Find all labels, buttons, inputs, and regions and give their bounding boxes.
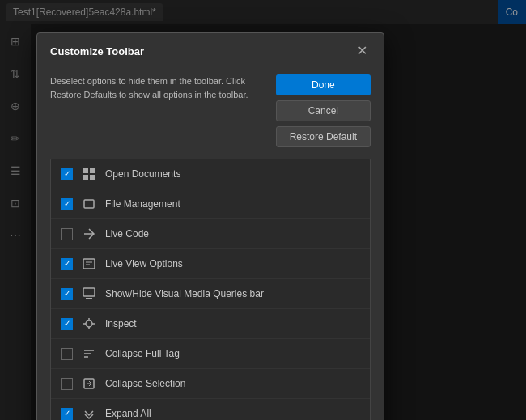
toolbar-list-item[interactable]: Live View Options <box>51 249 370 279</box>
svg-rect-5 <box>83 259 95 269</box>
item-label: Collapse Full Tag <box>105 348 180 359</box>
customize-toolbar-dialog: Customize Toolbar ✕ Deselect options to … <box>36 32 384 420</box>
toolbar-list-item[interactable]: Live Code <box>51 219 370 249</box>
item-label: File Management <box>105 198 180 210</box>
item-label: Inspect <box>105 318 137 329</box>
svg-rect-0 <box>83 168 88 173</box>
checkbox[interactable] <box>61 258 73 270</box>
modal-overlay: Customize Toolbar ✕ Deselect options to … <box>0 0 526 420</box>
checkbox[interactable] <box>61 348 73 360</box>
checkbox[interactable] <box>61 408 73 420</box>
checkbox[interactable] <box>61 378 73 390</box>
svg-rect-1 <box>90 168 95 173</box>
item-icon <box>81 316 97 332</box>
item-icon <box>81 196 97 212</box>
toolbar-list-item[interactable]: Inspect <box>51 309 370 339</box>
toolbar-list-item[interactable]: Expand All <box>51 399 370 420</box>
checkbox[interactable] <box>61 198 73 210</box>
item-icon <box>81 375 97 392</box>
item-label: Live View Options <box>105 258 183 269</box>
done-button[interactable]: Done <box>276 74 371 95</box>
item-label: Expand All <box>105 408 151 419</box>
toolbar-list-item[interactable]: Show/Hide Visual Media Queries bar <box>51 279 370 309</box>
item-icon <box>81 286 97 302</box>
item-label: Open Documents <box>105 168 180 180</box>
item-label: Live Code <box>105 228 149 240</box>
toolbar-items-list[interactable]: Open DocumentsFile ManagementLive CodeLi… <box>50 159 371 420</box>
svg-rect-3 <box>90 175 95 180</box>
svg-rect-4 <box>84 200 94 208</box>
dialog-actions: Done Cancel Restore Default <box>276 74 371 147</box>
item-label: Collapse Selection <box>105 378 185 389</box>
item-icon <box>81 226 97 242</box>
svg-rect-2 <box>83 175 88 180</box>
toolbar-list-item[interactable]: Open Documents <box>51 159 370 189</box>
cancel-button[interactable]: Cancel <box>276 100 371 121</box>
checkbox[interactable] <box>61 168 73 180</box>
item-label: Show/Hide Visual Media Queries bar <box>105 288 264 299</box>
svg-rect-6 <box>83 288 95 296</box>
toolbar-list-item[interactable]: Collapse Full Tag <box>51 339 370 369</box>
dialog-header: Customize Toolbar ✕ <box>37 33 384 66</box>
checkbox[interactable] <box>61 288 73 300</box>
toolbar-list-item[interactable]: File Management <box>51 189 370 219</box>
checkbox[interactable] <box>61 318 73 330</box>
item-icon <box>81 346 97 362</box>
close-button[interactable]: ✕ <box>354 43 371 59</box>
restore-default-button[interactable]: Restore Default <box>276 126 371 147</box>
item-icon <box>81 166 97 182</box>
svg-point-7 <box>86 320 92 327</box>
dialog-title: Customize Toolbar <box>50 45 144 57</box>
item-icon <box>81 256 97 272</box>
item-icon <box>81 405 97 420</box>
dialog-description: Deselect options to hide them in the too… <box>50 74 266 147</box>
checkbox[interactable] <box>61 228 73 240</box>
toolbar-list-item[interactable]: Collapse Selection <box>51 369 370 399</box>
dialog-body: Deselect options to hide them in the too… <box>37 66 384 159</box>
